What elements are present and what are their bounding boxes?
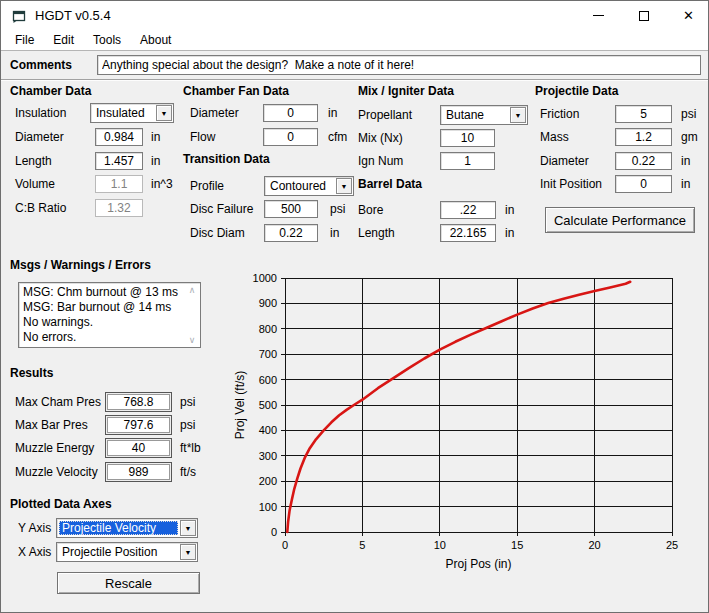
messages-scrollbar[interactable]: ∧ ∨ [185, 284, 199, 346]
close-button[interactable]: ✕ [666, 1, 709, 30]
mix-igniter-header: Mix / Igniter Data [358, 84, 454, 98]
y-axis-label: Y Axis [18, 521, 51, 535]
fan-flow-label: Flow [190, 130, 215, 144]
chamber-length-label: Length [15, 154, 52, 168]
profile-value: Contoured [267, 179, 334, 193]
propellant-select[interactable]: Butane ▼ [440, 105, 528, 125]
svg-text:Proj Pos (in): Proj Pos (in) [445, 557, 511, 571]
barrel-length-input[interactable] [440, 224, 496, 242]
chamber-volume-label: Volume [15, 177, 55, 191]
propellant-label: Propellant [358, 108, 412, 122]
disc-diam-unit: in [330, 226, 339, 240]
comments-input[interactable] [97, 55, 701, 75]
chevron-down-icon[interactable]: ▼ [180, 520, 196, 536]
barrel-length-label: Length [358, 226, 395, 240]
proj-diameter-input[interactable] [615, 152, 672, 170]
chamber-length-unit: in [151, 154, 160, 168]
maximize-icon [639, 11, 649, 21]
separator-line [1, 79, 708, 81]
max-cham-pres-field [105, 392, 172, 412]
friction-label: Friction [540, 107, 579, 121]
y-axis-select[interactable]: Projectile Velocity ▼ [56, 518, 198, 538]
muzzle-velocity-label: Muzzle Velocity [15, 465, 98, 479]
chart-canvas: 0100200300400500600700800900100005101520… [228, 252, 709, 613]
disc-diam-input[interactable] [264, 224, 318, 242]
svg-text:800: 800 [259, 323, 277, 335]
svg-text:300: 300 [259, 450, 277, 462]
max-bar-pres-label: Max Bar Pres [15, 418, 88, 432]
svg-text:20: 20 [588, 539, 600, 551]
x-axis-select[interactable]: Projectile Position ▼ [56, 542, 198, 562]
mix-nx-input[interactable] [440, 129, 495, 147]
messages-listbox[interactable]: MSG: Chm burnout @ 13 ms MSG: Bar burnou… [18, 282, 201, 348]
menu-file[interactable]: File [10, 31, 39, 49]
chevron-down-icon[interactable]: ▼ [156, 105, 172, 121]
title-bar[interactable]: HGDT v0.5.4 ✕ [1, 1, 708, 30]
chamber-volume-unit: in^3 [151, 177, 173, 191]
chamber-diameter-input[interactable] [95, 128, 143, 146]
messages-lines: MSG: Chm burnout @ 13 ms MSG: Bar burnou… [23, 285, 183, 346]
chamber-volume-field [95, 175, 143, 193]
max-bar-pres-unit: psi [180, 418, 195, 432]
muzzle-energy-label: Muzzle Energy [15, 441, 94, 455]
message-line: MSG: Chm burnout @ 13 ms [23, 285, 183, 300]
app-icon [11, 8, 27, 24]
disc-failure-unit: psi [330, 202, 345, 216]
menu-tools[interactable]: Tools [88, 31, 126, 49]
minimize-button[interactable] [576, 1, 621, 30]
svg-text:200: 200 [259, 475, 277, 487]
svg-text:0: 0 [271, 526, 277, 538]
mass-label: Mass [540, 130, 569, 144]
init-position-input[interactable] [615, 175, 672, 193]
window-title: HGDT v0.5.4 [35, 8, 111, 23]
calculate-performance-button[interactable]: Calculate Performance [545, 207, 695, 233]
max-cham-pres-unit: psi [180, 395, 195, 409]
menu-about[interactable]: About [135, 31, 176, 49]
bore-input[interactable] [440, 201, 496, 219]
scroll-down-icon[interactable]: ∨ [185, 335, 199, 345]
mass-input[interactable] [615, 128, 672, 146]
svg-text:25: 25 [666, 539, 678, 551]
svg-text:500: 500 [259, 399, 277, 411]
barrel-length-unit: in [505, 226, 514, 240]
scroll-up-icon[interactable]: ∧ [185, 285, 199, 295]
insulation-label: Insulation [15, 106, 66, 120]
disc-failure-label: Disc Failure [190, 202, 253, 216]
max-cham-pres-label: Max Cham Pres [15, 395, 101, 409]
chevron-down-icon[interactable]: ▼ [180, 544, 196, 560]
chamber-length-input[interactable] [95, 152, 143, 170]
fan-diameter-input[interactable] [263, 104, 318, 122]
max-bar-pres-field [105, 415, 172, 435]
chevron-down-icon[interactable]: ▼ [336, 178, 352, 194]
muzzle-energy-field [105, 438, 172, 458]
svg-text:Proj Vel (ft/s): Proj Vel (ft/s) [233, 371, 247, 440]
chevron-down-icon[interactable]: ▼ [510, 107, 526, 123]
projectile-data-header: Projectile Data [535, 84, 618, 98]
svg-text:5: 5 [359, 539, 365, 551]
fan-flow-input[interactable] [263, 128, 318, 146]
comments-label: Comments [10, 58, 72, 72]
message-line: No errors. [23, 330, 183, 345]
app-window: HGDT v0.5.4 ✕ File Edit Tools About Comm… [0, 0, 709, 613]
fan-diameter-unit: in [328, 106, 337, 120]
chamber-diameter-label: Diameter [15, 130, 64, 144]
disc-failure-input[interactable] [264, 200, 318, 218]
close-icon: ✕ [683, 9, 694, 22]
friction-input[interactable] [615, 105, 672, 123]
ign-num-input[interactable] [440, 152, 495, 170]
bore-unit: in [505, 203, 514, 217]
init-position-label: Init Position [540, 177, 602, 191]
svg-text:400: 400 [259, 424, 277, 436]
menu-edit[interactable]: Edit [48, 31, 79, 49]
svg-text:1000: 1000 [253, 272, 277, 284]
insulation-select[interactable]: Insulated ▼ [90, 103, 174, 123]
rescale-button[interactable]: Rescale [57, 572, 200, 594]
svg-text:10: 10 [434, 539, 446, 551]
cb-ratio-label: C:B Ratio [15, 201, 66, 215]
message-line: MSG: Bar burnout @ 14 ms [23, 300, 183, 315]
performance-chart: 0100200300400500600700800900100005101520… [228, 252, 709, 613]
profile-select[interactable]: Contoured ▼ [264, 176, 354, 196]
message-line: No warnings. [23, 315, 183, 330]
insulation-value: Insulated [93, 106, 154, 120]
maximize-button[interactable] [621, 1, 666, 30]
